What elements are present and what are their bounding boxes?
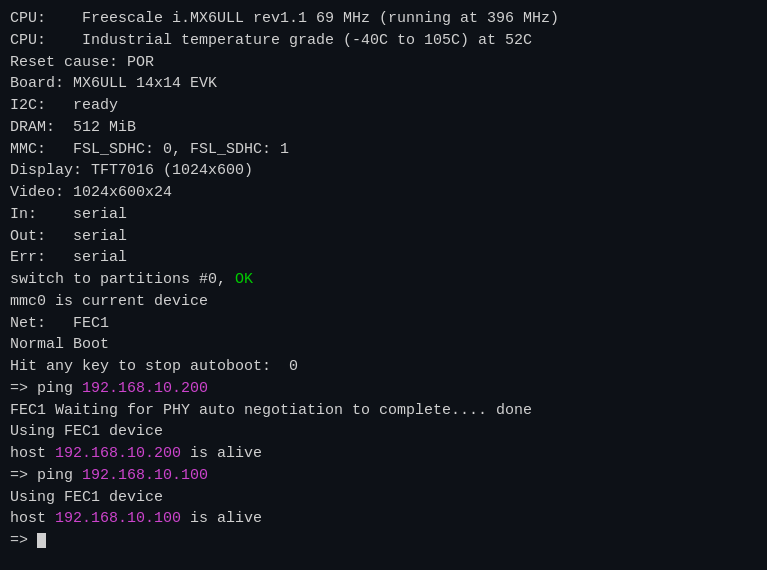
line-prompt: => <box>10 530 757 552</box>
line-switch: switch to partitions #0, OK <box>10 269 757 291</box>
line-using2: Using FEC1 device <box>10 487 757 509</box>
line-video: Video: 1024x600x24 <box>10 182 757 204</box>
line-fec1-waiting: FEC1 Waiting for PHY auto negotiation to… <box>10 400 757 422</box>
line-ping1: => ping 192.168.10.200 <box>10 378 757 400</box>
line-display: Display: TFT7016 (1024x600) <box>10 160 757 182</box>
line-net: Net: FEC1 <box>10 313 757 335</box>
line-cpu1: CPU: Freescale i.MX6ULL rev1.1 69 MHz (r… <box>10 8 757 30</box>
line-host1: host 192.168.10.200 is alive <box>10 443 757 465</box>
line-mmc0: mmc0 is current device <box>10 291 757 313</box>
line-host2: host 192.168.10.100 is alive <box>10 508 757 530</box>
line-reset: Reset cause: POR <box>10 52 757 74</box>
line-err: Err: serial <box>10 247 757 269</box>
line-cpu2: CPU: Industrial temperature grade (-40C … <box>10 30 757 52</box>
terminal-window[interactable]: CPU: Freescale i.MX6ULL rev1.1 69 MHz (r… <box>0 0 767 570</box>
terminal-cursor <box>37 533 46 548</box>
line-board: Board: MX6ULL 14x14 EVK <box>10 73 757 95</box>
line-out: Out: serial <box>10 226 757 248</box>
line-in: In: serial <box>10 204 757 226</box>
line-autoboot: Hit any key to stop autoboot: 0 <box>10 356 757 378</box>
line-normalboot: Normal Boot <box>10 334 757 356</box>
line-mmc: MMC: FSL_SDHC: 0, FSL_SDHC: 1 <box>10 139 757 161</box>
line-ping2: => ping 192.168.10.100 <box>10 465 757 487</box>
line-using1: Using FEC1 device <box>10 421 757 443</box>
line-dram: DRAM: 512 MiB <box>10 117 757 139</box>
line-i2c: I2C: ready <box>10 95 757 117</box>
